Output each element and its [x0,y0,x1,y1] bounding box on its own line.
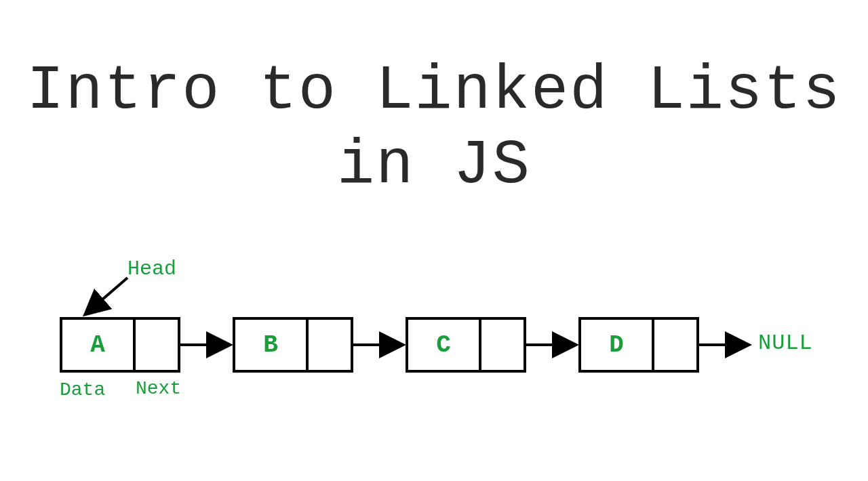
node-d-data: D [581,320,654,370]
node-a: A [60,317,180,373]
node-b-data: B [235,320,309,370]
diagram-title: Intro to Linked Lists in JS [0,54,868,204]
null-label: NULL [758,331,813,356]
node-a-data: A [62,320,136,370]
node-d: D [578,317,699,373]
next-column-label: Next [136,378,181,399]
node-a-next [136,320,178,370]
node-c: C [406,317,526,373]
node-d-next [654,320,696,370]
head-arrow-icon [87,278,127,313]
node-b-next [309,320,351,370]
head-label: Head [127,257,176,280]
node-c-next [481,320,524,370]
data-column-label: Data [60,379,105,400]
node-b: B [233,317,353,373]
linked-list-diagram: Head A B C D Data Next NULL [0,251,868,427]
node-c-data: C [408,320,481,370]
